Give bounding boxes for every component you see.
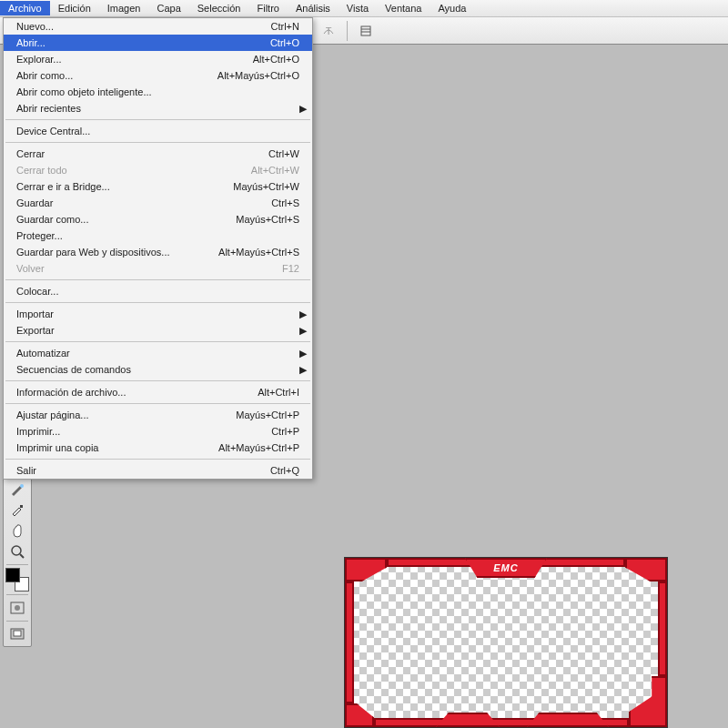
menuitem-cerrar[interactable]: CerrarCtrl+W [4, 146, 312, 162]
menuitem-abrir-como[interactable]: Abrir como...Alt+Mayús+Ctrl+O [4, 67, 312, 84]
submenu-arrow-icon: ▶ [299, 103, 307, 115]
menu-capa[interactable]: Capa [148, 1, 188, 15]
menuitem-cerrar-e-ir-a-bridge[interactable]: Cerrar e ir a Bridge...Mayús+Ctrl+W [4, 178, 312, 195]
separator [5, 341, 310, 342]
submenu-arrow-icon: ▶ [299, 308, 307, 320]
menu-filtro[interactable]: Filtro [248, 1, 287, 15]
menuitem-abrir-como-objeto-inteligente[interactable]: Abrir como objeto inteligente... [4, 84, 312, 100]
menu-vista[interactable]: Vista [339, 1, 377, 15]
svg-line-9 [20, 554, 24, 558]
menuitem-explorar[interactable]: Explorar...Alt+Ctrl+O [4, 51, 312, 67]
svg-point-8 [12, 546, 21, 555]
quickmask-icon[interactable] [5, 598, 29, 618]
separator [347, 21, 348, 41]
menuitem-volver: VolverF12 [4, 260, 312, 277]
menuitem-informaci-n-de-archivo[interactable]: Información de archivo...Alt+Ctrl+I [4, 384, 312, 400]
menuitem-cerrar-todo: Cerrar todoAlt+Ctrl+W [4, 162, 312, 178]
menubar: ArchivoEdiciónImagenCapaSelecciónFiltroA… [0, 0, 728, 17]
foreground-color-swatch[interactable] [5, 568, 20, 582]
zoom-tool-icon[interactable] [5, 541, 29, 561]
menu-archivo[interactable]: Archivo [0, 1, 50, 15]
menu-selección[interactable]: Selección [189, 1, 249, 15]
menuitem-nuevo[interactable]: Nuevo...Ctrl+N [4, 18, 312, 35]
menuitem-imprimir-una-copia[interactable]: Imprimir una copiaAlt+Mayús+Ctrl+P [4, 440, 312, 456]
separator [6, 594, 28, 595]
separator [5, 459, 310, 460]
menuitem-guardar-como[interactable]: Guardar como...Mayús+Ctrl+S [4, 211, 312, 228]
nameplate-text: EMC [465, 558, 547, 578]
menuitem-exportar[interactable]: Exportar▶ [4, 322, 312, 339]
overlay-frame: EMC [345, 558, 667, 727]
separator [6, 621, 28, 622]
menu-edición[interactable]: Edición [50, 1, 99, 15]
document-canvas[interactable]: EMC [344, 557, 668, 728]
menuitem-imprimir[interactable]: Imprimir...Ctrl+P [4, 423, 312, 440]
color-swatches[interactable] [5, 568, 29, 592]
menuitem-secuencias-de-comandos[interactable]: Secuencias de comandos▶ [4, 361, 312, 378]
separator [5, 403, 310, 404]
palettes-icon[interactable] [357, 22, 375, 40]
separator [5, 279, 310, 280]
toolbox-panel [3, 476, 32, 647]
menuitem-automatizar[interactable]: Automatizar▶ [4, 345, 312, 361]
menu-ventana[interactable]: Ventana [377, 1, 430, 15]
menuitem-salir[interactable]: SalirCtrl+Q [4, 462, 312, 479]
menu-imagen[interactable]: Imagen [99, 1, 149, 15]
menuitem-device-central[interactable]: Device Central... [4, 123, 312, 139]
submenu-arrow-icon: ▶ [299, 348, 307, 359]
menuitem-guardar[interactable]: GuardarCtrl+S [4, 195, 312, 211]
svg-rect-3 [361, 26, 370, 35]
menuitem-guardar-para-web-y-dispositivos[interactable]: Guardar para Web y dispositivos...Alt+Ma… [4, 244, 312, 260]
svg-text:T: T [326, 25, 332, 36]
menu-análisis[interactable]: Análisis [288, 1, 339, 15]
hand-tool-icon[interactable] [5, 521, 29, 541]
menuitem-importar[interactable]: Importar▶ [4, 306, 312, 322]
separator [5, 302, 310, 303]
menuitem-proteger[interactable]: Proteger... [4, 228, 312, 244]
separator [6, 564, 28, 565]
archivo-dropdown-menu: Nuevo...Ctrl+NAbrir...Ctrl+OExplorar...A… [3, 17, 313, 480]
menuitem-abrir[interactable]: Abrir...Ctrl+O [4, 35, 312, 51]
menu-ayuda[interactable]: Ayuda [430, 1, 474, 15]
separator [5, 380, 310, 381]
screenmode-icon[interactable] [5, 624, 29, 644]
warp-text-icon[interactable]: T [319, 22, 338, 40]
svg-point-11 [15, 605, 20, 611]
svg-rect-13 [14, 631, 21, 636]
brush-tool-icon[interactable] [5, 479, 29, 499]
separator [5, 119, 310, 120]
submenu-arrow-icon: ▶ [299, 325, 307, 337]
menuitem-ajustar-p-gina[interactable]: Ajustar página...Mayús+Ctrl+P [4, 407, 312, 423]
submenu-arrow-icon: ▶ [299, 364, 307, 376]
menuitem-abrir-recientes[interactable]: Abrir recientes▶ [4, 100, 312, 116]
separator [5, 142, 310, 143]
svg-rect-7 [20, 505, 23, 508]
menuitem-colocar[interactable]: Colocar... [4, 283, 312, 299]
svg-point-6 [20, 484, 24, 488]
eyedropper-tool-icon[interactable] [5, 500, 29, 520]
